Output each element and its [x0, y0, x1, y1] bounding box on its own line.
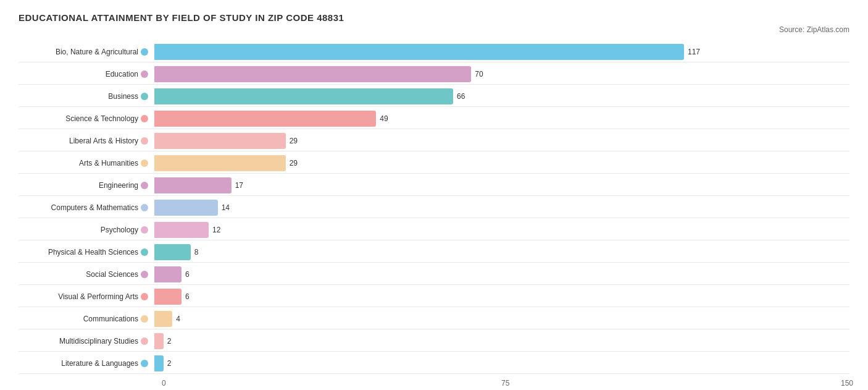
bar-dot-icon	[141, 93, 148, 100]
bar-fill	[154, 333, 164, 349]
bar-fill	[154, 355, 164, 371]
x-axis-tick: 75	[501, 379, 509, 388]
chart-title: EDUCATIONAL ATTAINMENT BY FIELD OF STUDY…	[19, 12, 849, 23]
bar-label: Business	[108, 92, 138, 101]
bar-label: Social Sciences	[86, 270, 138, 279]
bar-fill	[154, 155, 286, 171]
x-axis: 075150	[162, 375, 849, 388]
bar-label: Liberal Arts & History	[69, 137, 138, 145]
table-row: Multidisciplinary Studies2	[19, 331, 849, 352]
bar-value-label: 66	[457, 92, 465, 101]
bar-value-label: 2	[167, 337, 172, 345]
table-row: Education70	[19, 64, 849, 85]
bar-fill	[154, 311, 172, 327]
table-row: Computers & Mathematics14	[19, 197, 849, 218]
bar-dot-icon	[141, 204, 148, 211]
bar-label: Literature & Languages	[61, 359, 138, 368]
table-row: Psychology12	[19, 219, 849, 240]
bar-dot-icon	[141, 337, 148, 345]
bar-value-label: 17	[235, 181, 243, 190]
bar-fill	[154, 66, 471, 82]
bar-value-label: 29	[290, 137, 298, 145]
bar-dot-icon	[141, 226, 148, 234]
bar-dot-icon	[141, 115, 148, 122]
bar-label: Multidisciplinary Studies	[59, 337, 138, 345]
x-axis-tick: 0	[162, 379, 166, 388]
bar-value-label: 29	[290, 159, 298, 167]
table-row: Visual & Performing Arts6	[19, 286, 849, 307]
bar-dot-icon	[141, 271, 148, 278]
bar-label: Engineering	[99, 181, 138, 190]
bar-label: Communications	[83, 315, 138, 323]
bar-label: Education	[106, 70, 138, 78]
chart-container: Bio, Nature & Agricultural117Education70…	[19, 41, 849, 388]
bar-value-label: 4	[176, 315, 180, 323]
bar-value-label: 6	[185, 292, 190, 301]
bar-dot-icon	[141, 248, 148, 256]
bar-value-label: 49	[380, 114, 388, 123]
bar-value-label: 14	[222, 203, 230, 212]
bar-fill	[154, 289, 182, 305]
bar-dot-icon	[141, 137, 148, 145]
bar-dot-icon	[141, 48, 148, 56]
bar-label: Bio, Nature & Agricultural	[56, 48, 138, 56]
bar-label: Visual & Performing Arts	[58, 292, 138, 301]
bar-fill	[154, 177, 232, 193]
bar-label: Psychology	[101, 226, 138, 234]
bar-value-label: 6	[185, 270, 190, 279]
bar-fill	[154, 244, 191, 260]
bar-fill	[154, 222, 209, 238]
bar-label: Physical & Health Sciences	[48, 248, 138, 256]
table-row: Science & Technology49	[19, 108, 849, 129]
bar-fill	[154, 200, 218, 216]
table-row: Engineering17	[19, 175, 849, 196]
bar-value-label: 2	[167, 359, 172, 368]
table-row: Physical & Health Sciences8	[19, 242, 849, 263]
bar-value-label: 70	[475, 70, 483, 78]
source-label: Source: ZipAtlas.com	[19, 25, 849, 34]
table-row: Social Sciences6	[19, 264, 849, 285]
x-axis-tick: 150	[841, 379, 853, 388]
bar-dot-icon	[141, 360, 148, 367]
bar-fill	[154, 88, 453, 104]
bar-dot-icon	[141, 293, 148, 300]
bar-fill	[154, 133, 286, 149]
bar-value-label: 117	[688, 48, 700, 56]
bar-dot-icon	[141, 70, 148, 78]
bar-label: Science & Technology	[65, 114, 138, 123]
bar-fill	[154, 266, 182, 282]
table-row: Arts & Humanities29	[19, 153, 849, 174]
bar-label: Computers & Mathematics	[51, 203, 138, 212]
bar-dot-icon	[141, 182, 148, 189]
table-row: Liberal Arts & History29	[19, 130, 849, 151]
bar-dot-icon	[141, 315, 148, 323]
bar-label: Arts & Humanities	[79, 159, 138, 167]
table-row: Communications4	[19, 308, 849, 329]
table-row: Literature & Languages2	[19, 353, 849, 374]
bar-fill	[154, 44, 684, 60]
bar-dot-icon	[141, 159, 148, 167]
bar-value-label: 12	[212, 226, 220, 234]
bar-fill	[154, 111, 376, 127]
table-row: Bio, Nature & Agricultural117	[19, 41, 849, 62]
bar-value-label: 8	[194, 248, 199, 256]
table-row: Business66	[19, 86, 849, 107]
